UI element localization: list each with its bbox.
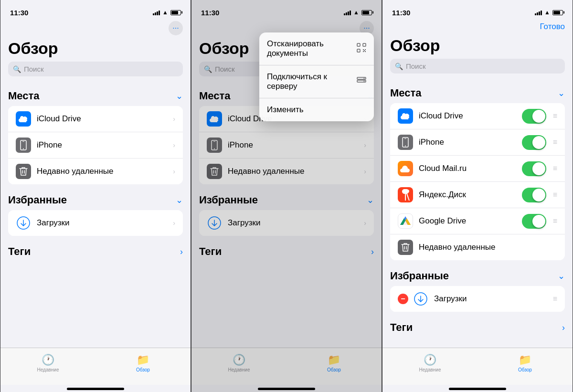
list-item-downloads-3[interactable]: − Загрузки ≡ [390, 286, 565, 312]
svg-rect-1 [22, 141, 24, 142]
toggle-cloudmail-3[interactable] [522, 161, 546, 176]
list-item-cloudmail-3[interactable]: Cloud Mail.ru ≡ [390, 156, 565, 182]
content-1: Места ⌄ iCloud Drive › [0, 84, 191, 348]
section-title-tags-3a: Теги [390, 321, 413, 334]
section-header-favorites-3[interactable]: Избранные ⌄ [382, 264, 573, 286]
status-bar-1: 11:30 ▲ [0, 0, 191, 21]
section-places-3: Места ⌄ iCloud Drive ≡ [382, 81, 573, 260]
list-item-yandex-3[interactable]: Яндекс.Диск ≡ [390, 182, 565, 208]
section-chevron-favorites-3: ⌄ [558, 271, 565, 281]
section-header-tags-3a[interactable]: Теги › [382, 316, 573, 338]
drag-google-3[interactable]: ≡ [553, 217, 557, 225]
section-title-places-3: Места [390, 87, 422, 99]
list-item-trash-3[interactable]: Недавно удаленные [390, 234, 565, 260]
screen2: 11:30 ▲ ··· Обзор 🔍 Поиск Мес [191, 0, 382, 392]
section-header-favorites-1[interactable]: Избранные ⌄ [0, 188, 191, 210]
wifi-icon: ▲ [162, 9, 168, 16]
wifi-icon-3: ▲ [544, 9, 550, 16]
downloads-label-1: Загрузки [37, 218, 173, 228]
drag-downloads-3[interactable]: ≡ [553, 295, 557, 303]
list-item-iphone-3[interactable]: iPhone ≡ [390, 129, 565, 156]
done-button-3[interactable]: Готово [540, 22, 565, 32]
list-item-icloud-1[interactable]: iCloud Drive › [8, 106, 183, 132]
dropdown-edit-label-2: Изменить [267, 105, 304, 115]
tab-overview-1[interactable]: 📁 Обзор [96, 351, 191, 375]
list-item-iphone-1[interactable]: iPhone › [8, 132, 183, 159]
nav-bar-3: Готово [382, 21, 573, 36]
signal-icon-3 [535, 10, 542, 15]
tab-overview-3[interactable]: 📁 Обзор [478, 351, 573, 375]
svg-point-14 [364, 81, 365, 82]
drag-yandex-3[interactable]: ≡ [553, 191, 557, 199]
toggle-google-3[interactable] [522, 214, 546, 229]
yandex-icon-3 [398, 187, 413, 202]
list-item-trash-1[interactable]: Недавно удаленные › [8, 159, 183, 184]
section-title-tags-1: Теги [8, 245, 31, 258]
search-bar-3[interactable]: 🔍 Поиск [390, 59, 565, 74]
iphone-chevron-1: › [173, 141, 175, 149]
list-item-google-3[interactable]: Google Drive ≡ [390, 208, 565, 234]
search-bar-1[interactable]: 🔍 Поиск [8, 62, 183, 76]
tab-bar-3: 🕐 Недавние 📁 Обзор [382, 348, 573, 385]
home-indicator-1 [67, 388, 124, 390]
toggle-yandex-3[interactable] [522, 188, 546, 202]
section-header-places-3[interactable]: Места ⌄ [382, 81, 573, 103]
toggle-icloud-3[interactable] [522, 109, 546, 124]
section-title-favorites-3: Избранные [390, 270, 449, 282]
screen1: 11:30 ▲ ··· Обзор 🔍 Поиск Мес [0, 0, 191, 392]
section-title-favorites-1: Избранные [8, 194, 67, 206]
section-favorites-3: Избранные ⌄ − Загрузки ≡ [382, 264, 573, 312]
svg-point-2 [23, 148, 24, 149]
svg-point-13 [364, 78, 365, 79]
list-places-3: iCloud Drive ≡ iPhone ≡ [390, 103, 565, 260]
page-title-3: Обзор [382, 36, 573, 59]
clock-icon-3: 🕐 [424, 354, 436, 366]
trash-chevron-1: › [173, 168, 175, 175]
downloads-icon-3 [413, 291, 428, 307]
nav-bar-1: ··· [0, 21, 191, 39]
more-button-1[interactable]: ··· [169, 21, 183, 35]
dropdown-server-2[interactable]: Подключиться к серверу [259, 65, 374, 98]
section-tags-1: Теги › [0, 240, 191, 262]
tab-overview-label-3: Обзор [518, 367, 532, 372]
section-chevron-favorites-1: ⌄ [176, 195, 183, 205]
battery-icon-3 [552, 10, 563, 15]
list-item-downloads-1[interactable]: Загрузки › [8, 210, 183, 236]
section-header-tags-1[interactable]: Теги › [0, 240, 191, 262]
svg-rect-9 [363, 43, 366, 46]
list-places-1: iCloud Drive › iPhone › [8, 106, 183, 184]
scan-icon-2 [357, 43, 366, 54]
status-time-3: 11:30 [392, 9, 410, 17]
google-label-3: Google Drive [419, 216, 522, 226]
delete-downloads-3[interactable]: − [398, 294, 408, 304]
page-title-1: Обзор [0, 39, 191, 62]
section-header-places-1[interactable]: Места ⌄ [0, 84, 191, 106]
section-favorites-1: Избранные ⌄ Загрузки › [0, 188, 191, 236]
section-header-tags-3b[interactable]: Теги › [382, 341, 573, 348]
section-tags-3a: Теги › [382, 316, 573, 338]
toggle-iphone-3[interactable] [522, 135, 546, 150]
icloud-icon-3 [398, 108, 413, 124]
drag-icloud-3[interactable]: ≡ [553, 112, 557, 120]
drag-iphone-3[interactable]: ≡ [553, 138, 557, 147]
tab-bar-1: 🕐 Недавние 📁 Обзор [0, 348, 191, 385]
list-item-icloud-3[interactable]: iCloud Drive ≡ [390, 103, 565, 129]
home-indicator-3 [449, 388, 506, 390]
dropdown-edit-2[interactable]: Изменить [259, 98, 374, 121]
section-places-1: Места ⌄ iCloud Drive › [0, 84, 191, 184]
dropdown-scan-label-2: Отсканировать документы [267, 39, 357, 58]
tab-recent-1[interactable]: 🕐 Недавние [0, 351, 96, 375]
icloud-label-1: iCloud Drive [37, 114, 173, 124]
search-icon-1: 🔍 [13, 65, 21, 73]
iphone-icon-3 [398, 135, 413, 150]
server-icon-2 [357, 77, 366, 86]
yandex-label-3: Яндекс.Диск [419, 190, 522, 200]
section-chevron-tags-1: › [180, 247, 183, 257]
svg-point-17 [405, 146, 406, 147]
tab-recent-3[interactable]: 🕐 Недавние [382, 351, 478, 375]
section-tags-3b: Теги › [382, 341, 573, 348]
drag-cloudmail-3[interactable]: ≡ [553, 164, 557, 173]
trash-label-1: Недавно удаленные [37, 167, 173, 176]
downloads-icon-1 [16, 215, 31, 231]
dropdown-scan-2[interactable]: Отсканировать документы [259, 32, 374, 65]
